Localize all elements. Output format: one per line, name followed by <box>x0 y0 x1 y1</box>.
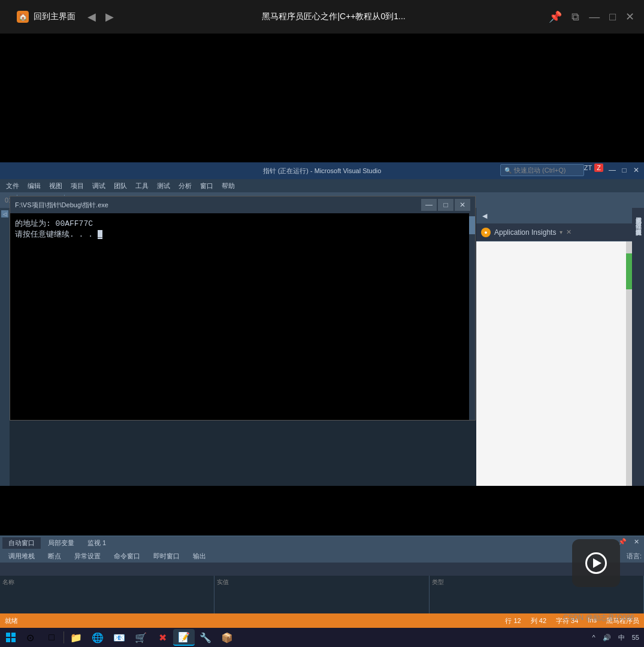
player-title: 黑马程序员匠心之作|C++教程从0到1... <box>119 11 549 22</box>
home-icon: 🏠 <box>17 11 29 23</box>
video-area <box>0 34 644 162</box>
btab-output[interactable]: 输出 <box>187 551 212 562</box>
status-ready: 就绪 <box>5 616 18 625</box>
vs-window-controls: — □ ✕ <box>607 165 642 176</box>
bottom-panel-area: 自动窗口 局部变量 监视 1 📌 ✕ 调用堆栈 断点 异常设置 命令窗口 即时窗… <box>0 536 644 613</box>
vs-far-right-tabs: 系统浏览器窗口 属性管理器 团队资源管理器 <box>632 208 644 486</box>
taskbar-right: ^ 🔊 中 55 <box>590 632 642 643</box>
menu-test[interactable]: 测试 <box>153 180 174 192</box>
edge-icon: 🌐 <box>92 632 104 643</box>
maximize-button[interactable]: □ <box>609 11 616 23</box>
btab-watch-1[interactable]: 监视 1 <box>81 537 112 549</box>
app2-icon: 📦 <box>221 632 233 643</box>
vtab-system-browser[interactable]: 系统浏览器窗口 <box>633 210 643 215</box>
game-icon: ✖ <box>159 632 167 643</box>
console-window: F:\VS项目\指针\Debug\指针.exe — □ ✕ 的地址为: 00AF… <box>10 196 476 421</box>
play-button[interactable] <box>585 552 607 574</box>
play-triangle-icon <box>593 558 601 568</box>
file-explorer-icon: 📁 <box>70 632 82 643</box>
window-mode-button[interactable]: ⧉ <box>572 11 579 23</box>
taskbar-game-btn[interactable]: ✖ <box>152 629 173 646</box>
pane-value-header: 实值 <box>217 578 426 586</box>
console-close-btn[interactable]: ✕ <box>455 199 470 211</box>
tray-show-hidden[interactable]: ^ <box>590 633 598 642</box>
taskbar-app1-btn[interactable]: 🔧 <box>195 629 216 646</box>
vtab-property-manager[interactable]: 属性管理器 <box>633 216 643 221</box>
vs-restore-btn[interactable]: □ <box>619 165 630 176</box>
windows-taskbar: ⊙ □ 📁 🌐 📧 🛒 ✖ 📝 🔧 📦 ^ 🔊 中 55 <box>0 628 644 647</box>
vs-icon: 📝 <box>178 631 190 643</box>
menu-file[interactable]: 文件 <box>2 180 23 192</box>
home-button[interactable]: 🏠 回到主界面 <box>10 7 83 26</box>
vs-scrollbar-thumb <box>626 253 632 289</box>
console-title: F:\VS项目\指针\Debug\指针.exe <box>15 201 421 210</box>
home-label: 回到主界面 <box>34 11 75 22</box>
vs-right-content <box>476 241 632 486</box>
menu-project[interactable]: 项目 <box>67 180 87 192</box>
console-content: 的地址为: 00AFF77C 请按任意键继续. . . _ <box>10 213 475 420</box>
taskbar-sep-1 <box>64 631 64 643</box>
taskbar-search-btn[interactable]: ⊙ <box>19 629 41 646</box>
console-minimize-btn[interactable]: — <box>421 199 437 211</box>
right-toolbar-btn[interactable]: ◀ <box>480 211 489 221</box>
menu-edit[interactable]: 编辑 <box>24 180 44 192</box>
menu-window[interactable]: 窗口 <box>196 180 217 192</box>
tray-clock[interactable]: 55 <box>630 633 642 642</box>
lang-label: 语言: <box>627 552 642 561</box>
left-icon-1[interactable]: ◁ <box>1 210 8 217</box>
player-topbar: 🏠 回到主界面 ◀ ▶ 黑马程序员匠心之作|C++教程从0到1... 📌 ⧉ —… <box>0 0 644 34</box>
taskbar-mail-btn[interactable]: 📧 <box>108 629 130 646</box>
vs-right-scrollbar[interactable] <box>626 241 632 486</box>
menu-view[interactable]: 视图 <box>46 180 66 192</box>
close-button[interactable]: ✕ <box>625 10 634 23</box>
pin-button[interactable]: 📌 <box>549 10 562 23</box>
btab-breakpoints[interactable]: 断点 <box>42 551 67 562</box>
start-button[interactable] <box>2 630 19 645</box>
vs-close-btn[interactable]: ✕ <box>631 165 642 176</box>
console-win-controls: — □ ✕ <box>421 199 470 211</box>
btab-auto-window[interactable]: 自动窗口 <box>2 537 41 549</box>
player-controls: 📌 ⧉ — □ ✕ <box>549 10 634 23</box>
tray-ime-icon[interactable]: 中 <box>616 632 627 643</box>
csdn-watermark: CSDN @励志君10086 <box>563 613 634 623</box>
forward-button[interactable]: ▶ <box>101 8 119 26</box>
console-line-2: 请按任意键继续. . . _ <box>15 229 470 240</box>
taskbar-store-btn[interactable]: 🛒 <box>130 629 152 646</box>
btab-call-stack[interactable]: 调用堆栈 <box>2 551 41 562</box>
vs-statusbar: 就绪 行 12 列 42 字符 34 Ins 黑马程序员 <box>0 613 644 628</box>
vtab-team-explorer[interactable]: 团队资源管理器 <box>633 222 643 227</box>
pane-name-header: 名称 <box>2 578 211 586</box>
vs-search-box[interactable]: 🔍 快速启动 (Ctrl+Q) <box>500 164 584 176</box>
mail-icon: 📧 <box>113 632 125 643</box>
vs-right-toolbar: ◀ <box>476 208 632 223</box>
menu-tools[interactable]: 工具 <box>132 180 152 192</box>
app-insights-dropdown-icon[interactable]: ▾ <box>560 229 563 235</box>
btab-immediate-window[interactable]: 即时窗口 <box>147 551 186 562</box>
vs-right-panel: ◀ ● Application Insights ▾ ✕ <box>476 208 632 486</box>
app1-icon: 🔧 <box>199 632 211 643</box>
vs-search-placeholder: 快速启动 (Ctrl+Q) <box>514 166 566 175</box>
taskbar-file-explorer[interactable]: 📁 <box>65 629 87 646</box>
bp-close-btn[interactable]: ✕ <box>631 537 642 546</box>
back-button[interactable]: ◀ <box>83 8 101 26</box>
btab-exception-settings[interactable]: 异常设置 <box>68 551 107 562</box>
taskbar-task-view-btn[interactable]: □ <box>41 629 62 646</box>
task-view-icon: □ <box>49 632 55 643</box>
btab-command-window[interactable]: 命令窗口 <box>108 551 146 562</box>
vs-menubar: 文件 编辑 视图 项目 调试 团队 工具 测试 分析 窗口 帮助 <box>0 179 644 192</box>
console-scrollbar[interactable] <box>469 213 475 420</box>
vs-titlebar: 指针 (正在运行) - Microsoft Visual Studio 🔍 快速… <box>0 162 644 179</box>
tray-volume-icon[interactable]: 🔊 <box>600 633 613 643</box>
vs-minimize-btn[interactable]: — <box>607 165 618 176</box>
menu-help[interactable]: 帮助 <box>218 180 238 192</box>
minimize-button[interactable]: — <box>589 11 600 23</box>
console-restore-btn[interactable]: □ <box>438 199 453 211</box>
menu-debug[interactable]: 调试 <box>89 180 109 192</box>
menu-analyze[interactable]: 分析 <box>175 180 195 192</box>
menu-team[interactable]: 团队 <box>110 180 131 192</box>
taskbar-edge-btn[interactable]: 🌐 <box>87 629 108 646</box>
taskbar-vs-btn[interactable]: 📝 <box>173 629 195 646</box>
console-line-1: 的地址为: 00AFF77C <box>15 218 470 229</box>
taskbar-app2-btn[interactable]: 📦 <box>216 629 238 646</box>
btab-local-vars[interactable]: 局部变量 <box>42 537 80 549</box>
